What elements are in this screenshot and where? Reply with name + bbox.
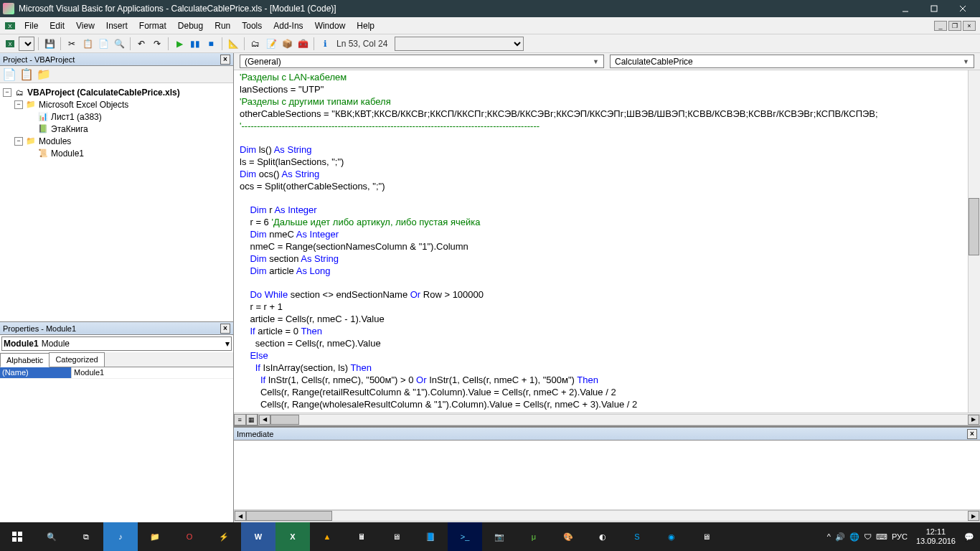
- tree-sheet1[interactable]: Лист1 (a383): [51, 112, 102, 122]
- taskbar-excel[interactable]: X: [275, 522, 310, 551]
- redo-icon[interactable]: ↷: [150, 37, 164, 51]
- insert-dropdown[interactable]: [19, 37, 34, 51]
- tree-root[interactable]: VBAProject (CalculateCablePrice.xls): [27, 88, 180, 98]
- taskbar-powershell[interactable]: >_: [448, 522, 482, 551]
- search-icon[interactable]: 🔍: [34, 522, 69, 551]
- tree-module1[interactable]: Module1: [51, 149, 84, 159]
- taskbar-teamviewer[interactable]: ◉: [654, 522, 689, 551]
- immediate-input[interactable]: [234, 441, 980, 509]
- menu-view[interactable]: View: [70, 19, 100, 32]
- tray-volume-icon[interactable]: 🔊: [835, 532, 845, 542]
- menu-edit[interactable]: Edit: [44, 19, 70, 32]
- save-icon[interactable]: 💾: [42, 37, 57, 51]
- menu-window[interactable]: Window: [309, 19, 352, 32]
- taskbar-opera[interactable]: O: [172, 522, 207, 551]
- tray-expand-icon[interactable]: ^: [827, 532, 831, 541]
- minimize-button[interactable]: [891, 0, 920, 17]
- menu-file[interactable]: File: [19, 19, 44, 32]
- tray-network-icon[interactable]: 🌐: [849, 532, 859, 542]
- svg-text:X: X: [9, 42, 12, 47]
- procedure-dropdown[interactable]: [395, 37, 524, 51]
- reset-icon[interactable]: ■: [204, 37, 218, 51]
- toolbox-icon[interactable]: 🧰: [296, 37, 310, 51]
- menu-insert[interactable]: Insert: [100, 19, 133, 32]
- mdi-close[interactable]: ×: [963, 21, 976, 31]
- project-explorer-icon[interactable]: 🗂: [248, 37, 263, 51]
- menu-debug[interactable]: Debug: [172, 19, 209, 32]
- menu-tools[interactable]: Tools: [236, 19, 268, 32]
- taskbar-skype[interactable]: S: [620, 522, 654, 551]
- properties-object-selector[interactable]: Module1 Module ▾: [1, 336, 232, 351]
- taskbar-app-5[interactable]: ▲: [310, 522, 344, 551]
- close-button[interactable]: [948, 0, 977, 17]
- object-browser-icon[interactable]: 📦: [280, 37, 294, 51]
- tree-thisworkbook[interactable]: ЭтаКнига: [51, 124, 88, 134]
- taskbar-app-6[interactable]: 🖥: [379, 522, 413, 551]
- break-icon[interactable]: ▮▮: [188, 37, 202, 51]
- mdi-restore[interactable]: ❐: [948, 21, 961, 31]
- run-icon[interactable]: ▶: [172, 37, 187, 51]
- taskbar-app-3[interactable]: ⚡: [207, 522, 241, 551]
- procedure-combo[interactable]: CalculateCablePrice ▼: [610, 55, 974, 68]
- undo-icon[interactable]: ↶: [134, 37, 149, 51]
- code-editor[interactable]: 'Разделы с LAN-кабелем lanSections = "UT…: [234, 70, 980, 425]
- menu-run[interactable]: Run: [209, 19, 236, 32]
- object-combo[interactable]: (General) ▼: [240, 55, 604, 68]
- properties-tab-alphabetic[interactable]: Alphabetic: [0, 353, 50, 367]
- start-button[interactable]: [0, 522, 34, 551]
- cut-icon[interactable]: ✂: [65, 37, 79, 51]
- property-name-label[interactable]: (Name): [0, 367, 72, 378]
- immediate-close[interactable]: ×: [967, 429, 977, 439]
- project-panel-close[interactable]: ×: [220, 55, 230, 65]
- chevron-down-icon: ▼: [593, 58, 599, 65]
- project-tree[interactable]: −🗂VBAProject (CalculateCablePrice.xls) −…: [0, 83, 233, 321]
- svg-rect-10: [12, 537, 17, 542]
- tray-security-icon[interactable]: 🛡: [864, 532, 872, 541]
- taskbar-calc[interactable]: 🖩: [344, 522, 379, 551]
- properties-close[interactable]: ×: [220, 324, 230, 334]
- copy-icon[interactable]: 📋: [80, 37, 95, 51]
- chevron-down-icon: ▾: [225, 339, 230, 349]
- taskbar-word[interactable]: W: [241, 522, 275, 551]
- project-explorer-panel: Project - VBAProject × 📄 📋 📁 −🗂VBAProjec…: [0, 53, 233, 321]
- notifications-icon[interactable]: 💬: [964, 532, 974, 542]
- view-excel-icon[interactable]: X: [3, 37, 17, 51]
- view-object-icon[interactable]: 📋: [19, 67, 34, 82]
- properties-panel: Properties - Module1 × Module1 Module ▾ …: [0, 321, 233, 522]
- help-icon[interactable]: ℹ: [318, 37, 332, 51]
- app-icon: [3, 3, 14, 14]
- tray-keyboard-icon[interactable]: ⌨: [876, 532, 887, 542]
- taskbar-app-9[interactable]: 🎨: [551, 522, 585, 551]
- menu-help[interactable]: Help: [351, 19, 380, 32]
- tray-clock[interactable]: 12:11 13.09.2016: [912, 527, 960, 546]
- property-name-value[interactable]: Module1: [72, 367, 233, 378]
- menu-format[interactable]: Format: [133, 19, 172, 32]
- taskbar-app-1[interactable]: ♪: [103, 522, 138, 551]
- task-view-icon[interactable]: ⧉: [69, 522, 103, 551]
- procedure-view-button[interactable]: ≡: [234, 414, 246, 425]
- taskbar-app-10[interactable]: 🖥: [689, 522, 723, 551]
- tray-language[interactable]: РУС: [892, 532, 908, 541]
- taskbar-explorer[interactable]: 📁: [138, 522, 172, 551]
- find-icon[interactable]: 🔍: [112, 37, 126, 51]
- mdi-minimize[interactable]: _: [934, 21, 947, 31]
- taskbar-app-7[interactable]: 📘: [413, 522, 448, 551]
- design-mode-icon[interactable]: 📐: [226, 37, 240, 51]
- toggle-folders-icon[interactable]: 📁: [36, 67, 52, 82]
- maximize-button[interactable]: [920, 0, 948, 17]
- taskbar-steam[interactable]: ◐: [585, 522, 620, 551]
- taskbar-app-8[interactable]: 📷: [482, 522, 517, 551]
- immediate-hscroll[interactable]: ◀ ▶: [234, 510, 980, 522]
- menu-addins[interactable]: Add-Ins: [268, 19, 308, 32]
- full-module-view-button[interactable]: ▦: [246, 414, 258, 425]
- properties-tab-categorized[interactable]: Categorized: [49, 352, 104, 367]
- view-code-icon[interactable]: 📄: [1, 67, 17, 82]
- vertical-scrollbar[interactable]: [968, 70, 980, 413]
- menubar: X File Edit View Insert Format Debug Run…: [0, 17, 980, 34]
- horizontal-scrollbar[interactable]: ◀ ▶: [258, 414, 980, 425]
- tree-excel-objects[interactable]: Microsoft Excel Objects: [39, 100, 128, 110]
- paste-icon[interactable]: 📄: [96, 37, 110, 51]
- properties-icon[interactable]: 📝: [264, 37, 278, 51]
- tree-modules[interactable]: Modules: [39, 136, 71, 146]
- taskbar-utorrent[interactable]: μ: [517, 522, 551, 551]
